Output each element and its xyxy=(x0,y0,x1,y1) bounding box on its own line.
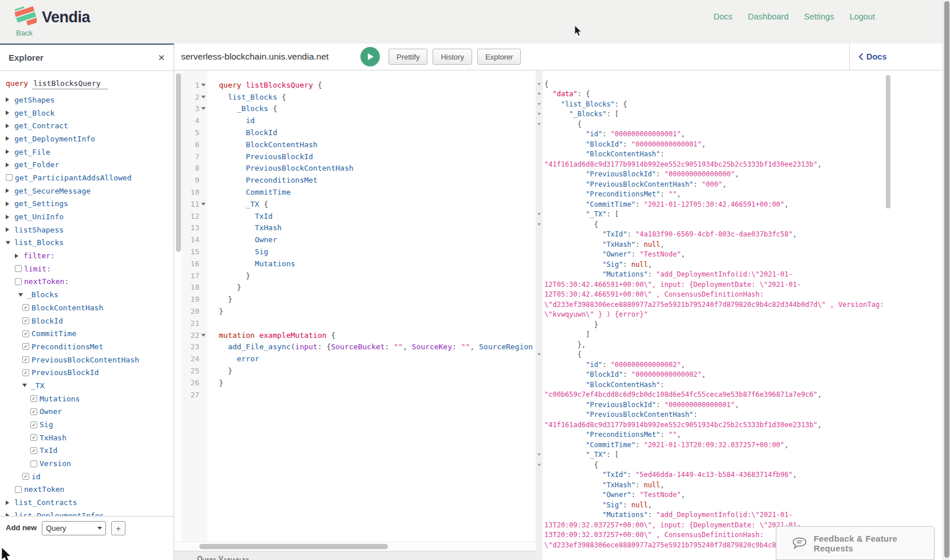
explorer-item-Sig[interactable]: ✓Sig xyxy=(0,418,174,431)
vendia-logo[interactable]: Vendia xyxy=(15,5,90,29)
nav-settings[interactable]: Settings xyxy=(804,12,834,21)
fold-arrow-icon[interactable] xyxy=(201,107,206,110)
explorer-item-PreviousBlockContentHash[interactable]: ✓PreviousBlockContentHash xyxy=(0,353,174,366)
nav-dashboard[interactable]: Dashboard xyxy=(748,12,788,21)
expand-arrow-icon[interactable] xyxy=(6,149,14,154)
expand-arrow-icon[interactable] xyxy=(6,227,14,232)
explorer-item-id[interactable]: ✓id xyxy=(0,470,174,483)
fold-arrow-icon[interactable] xyxy=(537,353,541,356)
collapse-arrow-icon[interactable] xyxy=(22,384,31,387)
nav-logout[interactable]: Logout xyxy=(850,12,875,21)
explorer-item-filter[interactable]: filter: xyxy=(0,249,174,262)
expand-arrow-icon[interactable] xyxy=(6,500,14,505)
checkbox-unchecked[interactable] xyxy=(15,265,22,272)
explorer-item-nextToken[interactable]: nextToken: xyxy=(0,275,174,289)
feedback-button[interactable]: Feedback & Feature Requests xyxy=(776,526,935,560)
close-icon[interactable]: ✕ xyxy=(158,53,165,63)
back-link[interactable]: Back xyxy=(16,29,33,37)
explorer-item-TxHash[interactable]: ✓TxHash xyxy=(0,431,174,444)
checkbox-checked[interactable]: ✓ xyxy=(22,473,29,480)
fold-arrow-icon[interactable] xyxy=(537,103,541,105)
expand-arrow-icon[interactable] xyxy=(6,97,14,102)
explorer-item-get_Block[interactable]: get_Block xyxy=(0,107,174,120)
explorer-scrollbar[interactable] xyxy=(176,73,181,252)
explorer-item-PreconditionsMet[interactable]: ✓PreconditionsMet xyxy=(0,340,174,353)
explorer-item-getShapes[interactable]: getShapes xyxy=(0,93,174,107)
fold-arrow-icon[interactable] xyxy=(537,464,541,466)
fold-arrow-icon[interactable] xyxy=(201,96,206,98)
explorer-item-get_File[interactable]: get_File xyxy=(0,145,174,159)
explorer-item-list_Blocks[interactable]: list_Blocks xyxy=(0,236,174,250)
docs-sidebar-toggle[interactable]: Docs xyxy=(858,44,886,70)
expand-arrow-icon[interactable] xyxy=(6,124,14,128)
fold-arrow-icon[interactable] xyxy=(201,84,206,86)
fold-arrow-icon[interactable] xyxy=(537,93,541,95)
checkbox-checked[interactable]: ✓ xyxy=(30,447,37,454)
collapse-arrow-icon[interactable] xyxy=(6,241,14,244)
expand-arrow-icon[interactable] xyxy=(6,215,14,219)
fold-arrow-icon[interactable] xyxy=(537,83,541,85)
explorer-item-get_ParticipantAddsAllowed[interactable]: get_ParticipantAddsAllowed xyxy=(0,171,174,184)
explorer-item-get_Settings[interactable]: get_Settings xyxy=(0,198,174,211)
expand-arrow-icon[interactable] xyxy=(6,111,14,115)
checkbox-checked[interactable]: ✓ xyxy=(22,317,29,324)
prettify-button[interactable]: Prettify xyxy=(388,49,427,65)
explorer-item-get_SecureMessage[interactable]: get_SecureMessage xyxy=(0,184,174,198)
checkbox-unchecked[interactable] xyxy=(30,460,37,467)
fold-arrow-icon[interactable] xyxy=(201,334,206,337)
explorer-item-Owner[interactable]: ✓Owner xyxy=(0,405,174,419)
response-scrollbar[interactable] xyxy=(886,75,890,208)
explorer-item-_Blocks[interactable]: _Blocks xyxy=(0,288,174,301)
checkbox-checked[interactable]: ✓ xyxy=(22,343,29,350)
expand-arrow-icon[interactable] xyxy=(6,202,14,206)
fold-arrow-icon[interactable] xyxy=(537,123,541,125)
page-scrollbar-thumb[interactable] xyxy=(944,1,949,558)
fold-arrow-icon[interactable] xyxy=(537,453,541,456)
explorer-item-get_Folder[interactable]: get_Folder xyxy=(0,158,174,171)
explorer-item-PreviousBlockId[interactable]: ✓PreviousBlockId xyxy=(0,366,174,379)
fold-arrow-icon[interactable] xyxy=(537,213,541,215)
fold-arrow-icon[interactable] xyxy=(537,223,541,226)
explorer-item-nextToken[interactable]: nextToken xyxy=(0,483,174,496)
explorer-item-TxId[interactable]: ✓TxId xyxy=(0,444,174,458)
editor-hscrollbar[interactable] xyxy=(174,542,536,551)
add-new-type-select[interactable]: Query xyxy=(42,521,106,535)
checkbox-checked[interactable]: ✓ xyxy=(22,369,29,376)
page-scrollbar[interactable] xyxy=(943,0,950,560)
checkbox-checked[interactable]: ✓ xyxy=(30,421,37,428)
explorer-item-list_Contracts[interactable]: list_Contracts xyxy=(0,496,174,509)
query-editor[interactable]: 1query listBlocksQuery {2 list_Blocks {3… xyxy=(174,70,536,542)
explorer-item-Version[interactable]: Version xyxy=(0,457,174,470)
explorer-item-BlockContentHash[interactable]: ✓BlockContentHash xyxy=(0,301,174,314)
expand-arrow-icon[interactable] xyxy=(15,254,23,258)
explorer-item-CommitTime[interactable]: ✓CommitTime xyxy=(0,327,174,340)
checkbox-checked[interactable]: ✓ xyxy=(30,434,37,441)
explorer-item-listShapess[interactable]: listShapess xyxy=(0,223,174,236)
checkbox-checked[interactable]: ✓ xyxy=(22,356,29,363)
expand-arrow-icon[interactable] xyxy=(6,163,14,167)
explorer-item-get_UniInfo[interactable]: get_UniInfo xyxy=(0,210,174,223)
checkbox-checked[interactable]: ✓ xyxy=(30,408,37,415)
fold-arrow-icon[interactable] xyxy=(201,203,206,206)
explorer-item-get_DeploymentInfo[interactable]: get_DeploymentInfo xyxy=(0,132,174,145)
explorer-item-Mutations[interactable]: ✓Mutations xyxy=(0,392,174,405)
explorer-toggle-button[interactable]: Explorer xyxy=(477,49,521,65)
explorer-item-BlockId[interactable]: ✓BlockId xyxy=(0,314,174,328)
history-button[interactable]: History xyxy=(433,49,472,65)
query-name-input[interactable]: listBlocksQuery xyxy=(32,79,107,89)
add-new-plus-button[interactable]: + xyxy=(111,521,125,535)
expand-arrow-icon[interactable] xyxy=(6,188,14,193)
fold-arrow-icon[interactable] xyxy=(537,113,541,115)
explorer-item-list_DeploymentInfos[interactable]: list_DeploymentInfos xyxy=(0,509,174,516)
explorer-item-get_Contract[interactable]: get_Contract xyxy=(0,119,174,132)
checkbox-unchecked[interactable] xyxy=(6,174,13,181)
execute-query-button[interactable] xyxy=(360,47,380,66)
checkbox-checked[interactable]: ✓ xyxy=(30,395,37,402)
expand-arrow-icon[interactable] xyxy=(6,136,14,141)
query-variables-bar[interactable]: Query Variables xyxy=(174,551,536,560)
checkbox-unchecked[interactable] xyxy=(15,278,22,285)
nav-docs[interactable]: Docs xyxy=(713,12,732,21)
explorer-item-limit[interactable]: limit: xyxy=(0,262,174,275)
checkbox-checked[interactable]: ✓ xyxy=(22,330,29,337)
explorer-item-_TX[interactable]: _TX xyxy=(0,379,174,392)
